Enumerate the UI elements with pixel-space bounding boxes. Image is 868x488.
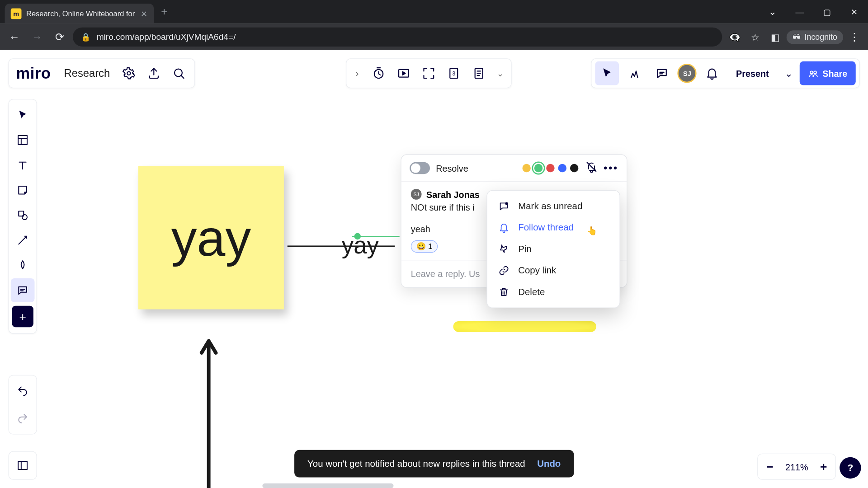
notes-button[interactable] xyxy=(467,61,491,85)
menu-copy-link-label: Copy link xyxy=(518,265,556,276)
color-red[interactable] xyxy=(546,164,554,172)
zoom-in-button[interactable]: + xyxy=(815,460,832,474)
reaction-chip[interactable]: 😀 1 xyxy=(411,240,438,253)
resolve-toggle[interactable] xyxy=(410,162,430,174)
shapes-tool[interactable] xyxy=(11,203,35,227)
incognito-label: Incognito xyxy=(805,33,837,42)
menu-mark-unread[interactable]: Mark as unread xyxy=(487,196,620,217)
link-icon xyxy=(498,265,509,276)
focus-button[interactable] xyxy=(417,61,441,85)
comment-author: Sarah Jonas xyxy=(426,189,480,199)
pointer-cursor-icon: 👆 xyxy=(587,226,597,235)
reaction-count: 1 xyxy=(428,242,433,251)
board-name[interactable]: Research xyxy=(58,67,116,80)
svg-point-11 xyxy=(22,215,27,220)
select-tool[interactable] xyxy=(11,103,35,127)
sticky-text: yay xyxy=(171,208,251,267)
menu-copy-link[interactable]: Copy link xyxy=(487,260,620,281)
svg-point-0 xyxy=(127,72,131,75)
text-tool[interactable] xyxy=(11,153,35,177)
color-black[interactable] xyxy=(570,164,578,172)
user-avatar[interactable]: SJ xyxy=(678,64,697,83)
svg-point-13 xyxy=(505,202,508,205)
connect-tool[interactable] xyxy=(11,228,35,252)
share-button[interactable]: Share xyxy=(800,61,856,85)
zoom-controls: − 211% + xyxy=(757,454,836,480)
chevron-down-icon[interactable]: ⌄ xyxy=(492,69,509,78)
notifications-button[interactable] xyxy=(700,61,724,85)
forward-button[interactable]: → xyxy=(28,28,47,47)
color-yellow[interactable] xyxy=(523,164,531,172)
window-buttons: ⌄ — ▢ ✕ xyxy=(759,0,868,24)
eye-off-icon[interactable]: 👁‍🗨 xyxy=(726,28,744,46)
incognito-badge[interactable]: 🕶 Incognito xyxy=(787,30,843,44)
menu-pin-label: Pin xyxy=(518,244,532,254)
url-text: miro.com/app/board/uXjVMqiA6d4=/ xyxy=(97,32,236,42)
redo-button[interactable] xyxy=(11,407,35,431)
menu-follow-thread[interactable]: Follow thread xyxy=(487,217,620,238)
help-button[interactable]: ? xyxy=(840,457,861,479)
color-blue[interactable] xyxy=(558,164,566,172)
left-toolbar: + xyxy=(8,99,37,334)
svg-rect-9 xyxy=(18,136,27,145)
toast-undo-button[interactable]: Undo xyxy=(537,458,561,469)
comment-tool[interactable] xyxy=(11,278,35,302)
extensions-icon[interactable]: ◧ xyxy=(766,28,784,46)
reactions-button[interactable] xyxy=(623,61,646,85)
comments-button[interactable] xyxy=(650,61,674,85)
minimize-window-icon[interactable]: — xyxy=(786,0,813,24)
comment-more-icon[interactable]: ••• xyxy=(604,162,618,174)
export-button[interactable] xyxy=(142,61,166,85)
present-button[interactable]: Present xyxy=(728,61,778,85)
chevron-right-icon[interactable]: › xyxy=(349,68,366,79)
trash-icon xyxy=(498,286,509,297)
close-window-icon[interactable]: ✕ xyxy=(841,0,868,24)
zoom-out-button[interactable]: − xyxy=(762,460,778,474)
miro-logo[interactable]: miro xyxy=(13,64,57,83)
back-button[interactable]: ← xyxy=(5,28,24,47)
browser-menu-icon[interactable]: ⋮ xyxy=(845,30,863,43)
menu-pin[interactable]: Pin xyxy=(487,239,620,260)
comment-context-menu: Mark as unread Follow thread Pin Copy li… xyxy=(486,190,620,308)
highlight-shape[interactable] xyxy=(453,321,596,332)
topbar-right: SJ Present ⌄ Share xyxy=(591,58,860,88)
settings-button[interactable] xyxy=(117,61,141,85)
timer-button[interactable] xyxy=(367,61,391,85)
voting-button[interactable]: 3 xyxy=(442,61,466,85)
templates-tool[interactable] xyxy=(11,128,35,152)
horizontal-scrollbar[interactable] xyxy=(262,483,393,488)
zoom-level[interactable]: 211% xyxy=(780,462,813,472)
bell-off-icon[interactable] xyxy=(585,161,597,175)
canvas-text[interactable]: yay xyxy=(342,232,379,258)
address-bar[interactable]: 🔒 miro.com/app/board/uXjVMqiA6d4=/ xyxy=(73,28,722,47)
browser-titlebar: m Research, Online Whiteboard for ✕ + ⌄ … xyxy=(0,0,868,24)
minimap-button[interactable] xyxy=(8,451,37,479)
menu-follow-thread-label: Follow thread xyxy=(518,222,574,233)
browser-tab[interactable]: m Research, Online Whiteboard for ✕ xyxy=(5,4,154,24)
resolve-label: Resolve xyxy=(436,163,468,173)
new-tab-button[interactable]: + xyxy=(154,6,175,19)
notification-toast: You won't get notified about new replies… xyxy=(294,450,574,478)
search-button[interactable] xyxy=(167,61,191,85)
add-more-tool[interactable]: + xyxy=(12,306,33,327)
pen-tool[interactable] xyxy=(11,253,35,277)
undo-redo-toolbar xyxy=(8,375,37,435)
arrow-shape[interactable] xyxy=(197,335,221,488)
menu-delete[interactable]: Delete xyxy=(487,282,620,303)
miro-favicon: m xyxy=(11,8,22,19)
toast-message: You won't get notified about new replies… xyxy=(307,458,525,469)
maximize-window-icon[interactable]: ▢ xyxy=(813,0,841,24)
sticky-tool[interactable] xyxy=(11,178,35,202)
sticky-note[interactable]: yay xyxy=(138,166,284,310)
reload-button[interactable]: ⟳ xyxy=(50,28,69,47)
tabs-dropdown-icon[interactable]: ⌄ xyxy=(759,0,786,24)
present-dropdown-icon[interactable]: ⌄ xyxy=(781,68,796,79)
close-tab-icon[interactable]: ✕ xyxy=(141,9,148,19)
bookmark-star-icon[interactable]: ☆ xyxy=(746,28,764,46)
share-label: Share xyxy=(822,68,847,78)
svg-point-8 xyxy=(814,71,816,74)
cursor-tool-button[interactable] xyxy=(595,61,619,85)
presentation-button[interactable] xyxy=(392,61,416,85)
undo-button[interactable] xyxy=(11,379,35,403)
color-green[interactable] xyxy=(534,164,542,172)
